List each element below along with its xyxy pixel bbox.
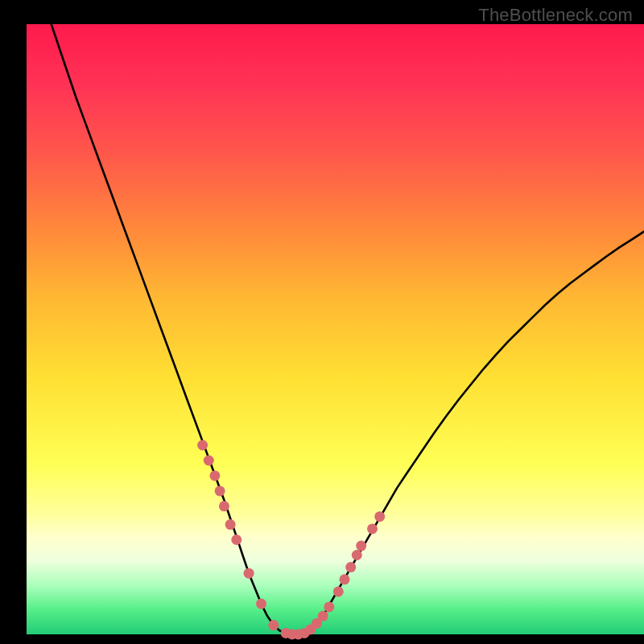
watermark-text: TheBottleneck.com [478, 5, 633, 26]
plot-area [27, 24, 644, 634]
chart-root: TheBottleneck.com [0, 0, 644, 644]
